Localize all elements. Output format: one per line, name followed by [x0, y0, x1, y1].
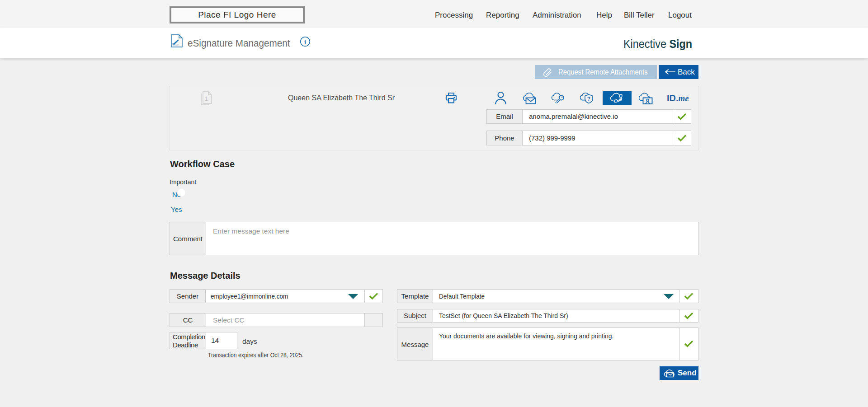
svg-text:1: 1 [204, 95, 208, 102]
svg-text:x: x [172, 42, 174, 46]
svg-text:i: i [304, 39, 306, 46]
svg-text:?: ? [587, 96, 590, 102]
